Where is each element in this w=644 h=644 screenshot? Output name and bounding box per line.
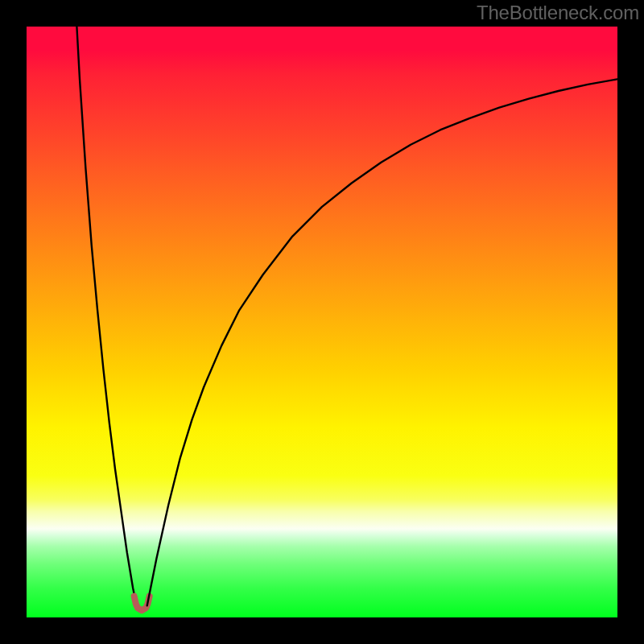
series-left-branch — [76, 27, 136, 605]
watermark-text: TheBottleneck.com — [477, 2, 639, 24]
plot-area — [27, 27, 617, 617]
chart-container: TheBottleneck.com — [0, 0, 644, 644]
series-right-branch — [147, 79, 617, 605]
curve-overlay — [27, 27, 617, 617]
